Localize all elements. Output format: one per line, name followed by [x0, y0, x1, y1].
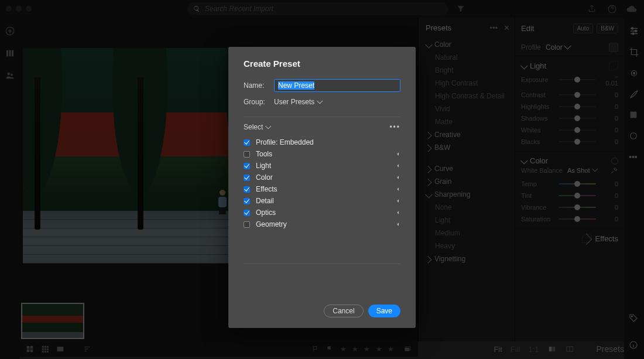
- dialog-title: Create Preset: [244, 59, 400, 69]
- checkbox[interactable]: [244, 175, 250, 181]
- cancel-button[interactable]: Cancel: [324, 305, 363, 317]
- create-preset-dialog: Create Preset Name: Group: User Presets …: [228, 47, 416, 328]
- checkbox[interactable]: [244, 151, 250, 158]
- save-button[interactable]: Save: [368, 305, 400, 317]
- checkbox[interactable]: [244, 221, 250, 228]
- preset-option[interactable]: Tools: [244, 150, 400, 158]
- group-select[interactable]: User Presets: [274, 98, 322, 106]
- preset-option[interactable]: Color: [244, 173, 400, 182]
- checkbox[interactable]: [244, 139, 250, 146]
- preset-name-input[interactable]: [274, 79, 400, 92]
- checkbox[interactable]: [244, 198, 250, 204]
- preset-option[interactable]: Detail: [244, 197, 400, 205]
- preset-option[interactable]: Light: [244, 162, 400, 170]
- preset-option[interactable]: Profile: Embedded: [244, 138, 400, 146]
- preset-option[interactable]: Geometry: [244, 220, 400, 228]
- checkbox[interactable]: [244, 186, 250, 193]
- preset-option[interactable]: Effects: [244, 185, 400, 193]
- preset-option[interactable]: Optics: [244, 208, 400, 217]
- dialog-more-icon[interactable]: •••: [389, 123, 400, 131]
- select-dropdown[interactable]: Select: [244, 123, 270, 131]
- checkbox[interactable]: [244, 210, 250, 216]
- name-label: Name:: [244, 81, 268, 90]
- checkbox[interactable]: [244, 163, 250, 169]
- group-label: Group:: [244, 98, 268, 106]
